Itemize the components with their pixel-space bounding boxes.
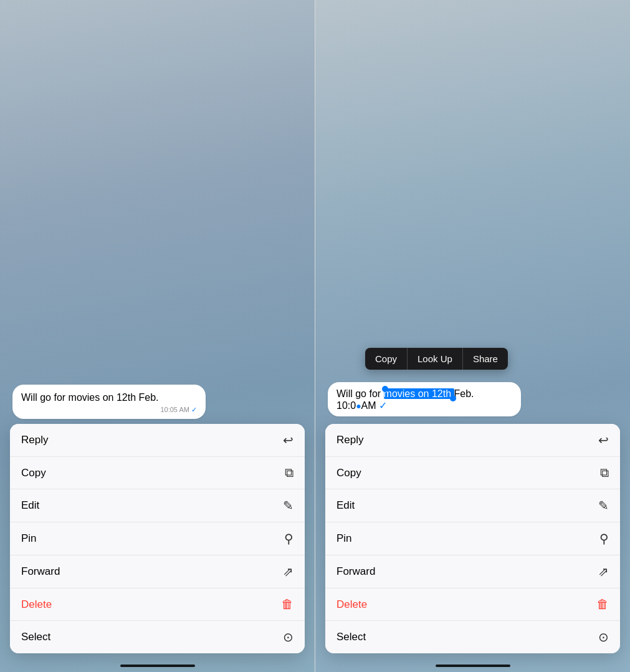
right-menu-reply[interactable]: Reply ↩ [325, 424, 620, 457]
right-menu-select-label: Select [336, 631, 366, 643]
right-menu-delete-label: Delete [336, 598, 367, 611]
right-phone-panel: Copy Look Up Share Will go for movies on… [315, 0, 630, 672]
left-copy-icon: ⧉ [285, 466, 294, 480]
left-phone-panel: Will go for movies on 12th Feb. 10:05 AM… [0, 0, 315, 672]
right-copy-icon: ⧉ [600, 466, 609, 480]
right-menu-copy[interactable]: Copy ⧉ [325, 457, 620, 489]
popup-share-btn[interactable]: Share [463, 348, 508, 370]
left-menu-select-label: Select [21, 631, 50, 643]
right-menu-delete[interactable]: Delete 🗑 [325, 588, 620, 621]
left-menu-edit[interactable]: Edit ✎ [10, 489, 305, 522]
popup-lookup-btn[interactable]: Look Up [408, 348, 463, 370]
left-message-text: Will go for movies on 12th Feb. [21, 392, 159, 403]
right-menu-forward-label: Forward [336, 565, 375, 578]
right-menu-pin-label: Pin [336, 532, 352, 545]
left-menu-forward-label: Forward [21, 565, 60, 578]
right-select-icon: ⊙ [598, 630, 609, 645]
right-time-dot: ● [356, 401, 361, 411]
right-menu-forward[interactable]: Forward ⇗ [325, 555, 620, 588]
left-home-indicator [120, 665, 195, 667]
left-context-menu: Reply ↩ Copy ⧉ Edit ✎ Pin ⚲ Forward ⇗ De… [10, 424, 305, 653]
right-delete-icon: 🗑 [596, 597, 609, 612]
right-time-text: 10:0 [336, 400, 356, 411]
left-reply-icon: ↩ [283, 433, 294, 448]
right-message-text-after: Feb. [454, 388, 474, 399]
right-menu-pin[interactable]: Pin ⚲ [325, 522, 620, 555]
right-menu-edit-label: Edit [336, 499, 355, 512]
right-pin-icon: ⚲ [599, 531, 609, 546]
left-menu-pin-label: Pin [21, 532, 37, 545]
right-message-time: 10:0●AM ✓ [336, 400, 512, 411]
right-menu-reply-label: Reply [336, 434, 363, 446]
left-menu-edit-label: Edit [21, 499, 39, 512]
left-menu-forward[interactable]: Forward ⇗ [10, 555, 305, 588]
selection-handle-right [450, 395, 456, 401]
left-delete-icon: 🗑 [281, 597, 294, 612]
left-panel-content: Will go for movies on 12th Feb. 10:05 AM… [0, 0, 315, 672]
left-menu-reply-label: Reply [21, 434, 48, 446]
right-home-indicator [436, 665, 510, 667]
left-select-icon: ⊙ [283, 630, 294, 645]
left-bubble-area: Will go for movies on 12th Feb. 10:05 AM… [0, 385, 315, 424]
right-bubble-wrapper: Copy Look Up Share Will go for movies on… [328, 382, 527, 421]
right-tick: ✓ [379, 400, 387, 411]
right-reply-icon: ↩ [598, 433, 609, 448]
selection-handle-left [382, 386, 388, 392]
left-menu-delete-label: Delete [21, 598, 52, 611]
right-message-selected: movies on 12th [384, 388, 454, 399]
left-menu-copy[interactable]: Copy ⧉ [10, 457, 305, 489]
left-pin-icon: ⚲ [284, 531, 294, 546]
right-context-menu: Reply ↩ Copy ⧉ Edit ✎ Pin ⚲ Forward ⇗ De… [325, 424, 620, 653]
left-message-time: 10:05 AM ✓ [21, 406, 197, 414]
left-menu-select[interactable]: Select ⊙ [10, 621, 305, 653]
right-message-text-before: Will go for [336, 388, 384, 399]
left-menu-pin[interactable]: Pin ⚲ [10, 522, 305, 555]
left-menu-reply[interactable]: Reply ↩ [10, 424, 305, 457]
right-message-bubble: Will go for movies on 12th Feb. 10:0●AM … [328, 382, 521, 416]
right-edit-icon: ✎ [598, 498, 609, 513]
right-forward-icon: ⇗ [598, 564, 609, 579]
right-menu-copy-label: Copy [336, 467, 361, 479]
popup-copy-btn[interactable]: Copy [365, 348, 408, 370]
right-menu-edit[interactable]: Edit ✎ [325, 489, 620, 522]
left-menu-copy-label: Copy [21, 467, 46, 479]
left-menu-delete[interactable]: Delete 🗑 [10, 588, 305, 621]
left-forward-icon: ⇗ [283, 564, 294, 579]
left-message-bubble: Will go for movies on 12th Feb. 10:05 AM… [12, 385, 206, 419]
left-edit-icon: ✎ [283, 498, 294, 513]
text-selection-popup: Copy Look Up Share [365, 348, 508, 370]
right-time-am: AM [361, 400, 376, 411]
right-menu-select[interactable]: Select ⊙ [325, 621, 620, 653]
left-tick: ✓ [191, 406, 197, 413]
right-panel-content: Copy Look Up Share Will go for movies on… [315, 0, 630, 672]
